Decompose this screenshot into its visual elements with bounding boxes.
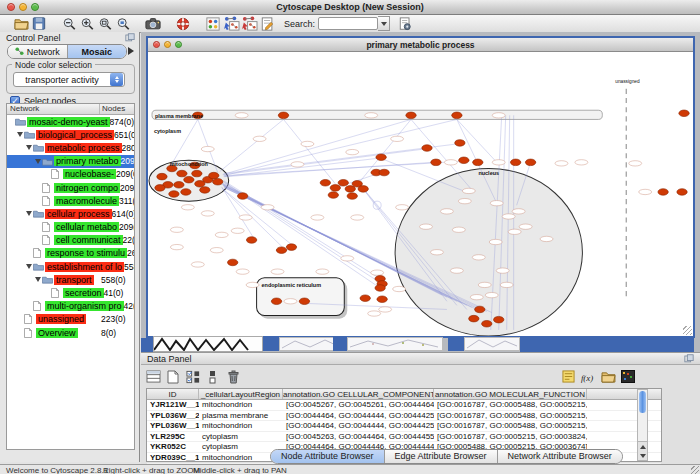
- tree-row[interactable]: establishment of lo558(0): [7, 260, 134, 273]
- network-label-node[interactable]: [351, 215, 364, 220]
- network-label-node[interactable]: [512, 209, 525, 214]
- search-options-icon[interactable]: [396, 16, 414, 31]
- network-label-node[interactable]: [371, 270, 384, 275]
- network-label-node[interactable]: [444, 160, 457, 165]
- network-label-node[interactable]: [391, 136, 404, 141]
- network-node[interactable]: [431, 159, 441, 166]
- float-panel-icon[interactable]: [684, 354, 694, 363]
- background-window-fragment[interactable]: [141, 338, 153, 352]
- delete-attribute-icon[interactable]: [223, 368, 243, 386]
- tree-row[interactable]: nitrogen compo209(0): [7, 181, 134, 194]
- network-node[interactable]: [375, 285, 385, 292]
- tree-row[interactable]: biological_process651(0): [7, 128, 134, 141]
- tree-row[interactable]: cellular metabo209(0): [7, 221, 134, 234]
- column-header-molecular-function[interactable]: annotation.GO MOLECULAR_FUNCTION: [434, 389, 587, 399]
- network-label-node[interactable]: [246, 282, 259, 287]
- network-node[interactable]: [677, 189, 687, 196]
- network-label-node[interactable]: [316, 269, 329, 274]
- tree-row[interactable]: macromolecule311(0): [7, 194, 134, 207]
- expander-icon[interactable]: [16, 132, 24, 137]
- network-label-node[interactable]: [231, 228, 244, 233]
- tree-row[interactable]: transport558(0): [7, 273, 134, 286]
- network-label-node[interactable]: [450, 268, 463, 273]
- network-node[interactable]: [320, 179, 330, 186]
- vizmapper-icon[interactable]: [204, 16, 222, 31]
- network-label-node[interactable]: [365, 113, 378, 118]
- tab-node-attribute-browser[interactable]: Node Attribute Browser: [271, 450, 384, 463]
- network-node[interactable]: [276, 247, 286, 254]
- network-label-node[interactable]: [396, 205, 409, 210]
- network-node[interactable]: [278, 112, 288, 119]
- network-node[interactable]: [358, 186, 368, 193]
- node-color-select[interactable]: transporter activity: [13, 72, 125, 87]
- background-window-fragment[interactable]: [464, 337, 520, 351]
- network-label-node[interactable]: [500, 282, 513, 287]
- network-node[interactable]: [228, 259, 238, 266]
- help-lifering-icon[interactable]: [174, 16, 192, 31]
- network-node[interactable]: [155, 185, 165, 192]
- network-label-node[interactable]: [379, 307, 392, 312]
- zoom-in-icon[interactable]: [78, 16, 96, 31]
- import-network-red-icon[interactable]: [240, 16, 258, 31]
- network-label-node[interactable]: [485, 292, 498, 297]
- network-label-node[interactable]: [540, 236, 553, 241]
- network-node[interactable]: [455, 140, 465, 147]
- network-label-node[interactable]: [201, 146, 214, 151]
- tree-column-nodes[interactable]: Nodes: [100, 104, 134, 114]
- network-node[interactable]: [406, 112, 416, 119]
- network-label-node[interactable]: [311, 215, 324, 220]
- app-resize-grip[interactable]: [691, 466, 699, 474]
- table-row[interactable]: YLR295Ccytoplasm[GO:0045263, GO:0044464,…: [147, 432, 661, 443]
- network-label-node[interactable]: [210, 248, 223, 253]
- network-node[interactable]: [475, 306, 485, 313]
- network-label-node[interactable]: [478, 282, 491, 287]
- network-label-node[interactable]: [271, 269, 284, 274]
- network-node[interactable]: [482, 320, 492, 327]
- tree-row[interactable]: primary metabo209(...: [7, 155, 134, 168]
- scrollbar-thumb[interactable]: [639, 391, 646, 413]
- network-node[interactable]: [379, 169, 389, 176]
- network-node[interactable]: [328, 192, 338, 199]
- network-node[interactable]: [338, 179, 348, 186]
- network-node[interactable]: [525, 159, 535, 166]
- network-node[interactable]: [271, 298, 281, 305]
- network-label-node[interactable]: [301, 141, 314, 146]
- background-window-fragment[interactable]: [347, 337, 443, 351]
- network-label-node[interactable]: [291, 162, 304, 167]
- attribute-table-icon[interactable]: [143, 368, 163, 386]
- column-header-cellular-component[interactable]: annotation.GO CELLULAR_COMPONENT: [283, 389, 434, 399]
- tree-column-network[interactable]: Network: [7, 104, 100, 114]
- network-label-node[interactable]: [575, 160, 588, 165]
- network-node[interactable]: [184, 176, 194, 183]
- network-label-node[interactable]: [181, 205, 194, 210]
- expander-icon[interactable]: [25, 264, 33, 269]
- network-node[interactable]: [377, 296, 387, 303]
- tab-network-attribute-browser[interactable]: Network Attribute Browser: [497, 450, 622, 463]
- network-label-node[interactable]: [489, 239, 502, 244]
- network-node[interactable]: [679, 110, 689, 117]
- network-label-node[interactable]: [496, 268, 509, 273]
- background-window-fragment[interactable]: [520, 337, 694, 352]
- network-label-node[interactable]: [490, 201, 503, 206]
- data-panel-title-bar[interactable]: Data Panel: [141, 353, 700, 365]
- network-label-node[interactable]: [629, 161, 642, 166]
- network-node[interactable]: [177, 170, 187, 177]
- network-node[interactable]: [459, 157, 469, 164]
- network-label-node[interactable]: [555, 161, 568, 166]
- network-label-node[interactable]: [492, 160, 505, 165]
- background-window-fragment[interactable]: [263, 337, 279, 351]
- background-window-fragment[interactable]: [448, 337, 464, 351]
- network-node[interactable]: [347, 193, 357, 200]
- annotation-note-icon[interactable]: [558, 368, 578, 386]
- tree-row[interactable]: multi-organism pro42(0): [7, 300, 134, 313]
- tree-row[interactable]: cellular process614(0): [7, 207, 134, 220]
- tab-edge-attribute-browser[interactable]: Edge Attribute Browser: [384, 450, 497, 463]
- network-node[interactable]: [181, 189, 191, 196]
- network-node[interactable]: [174, 182, 184, 189]
- snapshot-camera-icon[interactable]: [144, 16, 162, 31]
- network-node[interactable]: [200, 187, 210, 194]
- import-attributes-icon[interactable]: [598, 368, 618, 386]
- zoom-selected-icon[interactable]: [114, 16, 132, 31]
- network-node[interactable]: [209, 172, 219, 179]
- attribute-matrix-icon[interactable]: [618, 368, 638, 386]
